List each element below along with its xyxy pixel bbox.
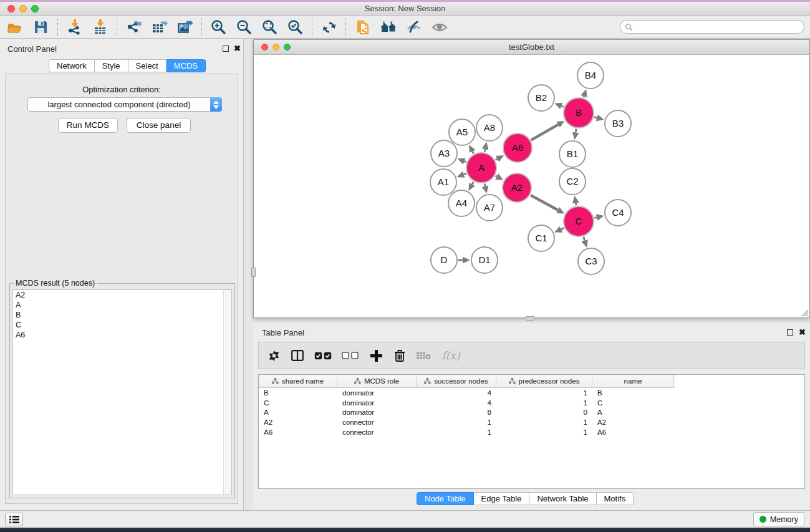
close-window-button[interactable]	[7, 5, 15, 12]
graph-edge-A-A3[interactable]	[465, 162, 466, 162]
graph-edge-A-A6[interactable]	[496, 159, 498, 160]
graph-node-C3[interactable]: C3	[578, 248, 604, 274]
tab-node-table[interactable]: Node Table	[417, 492, 474, 505]
tab-style[interactable]: Style	[95, 59, 128, 72]
graph-node-A3[interactable]: A3	[431, 140, 457, 167]
network-canvas[interactable]: B4B2BB3A8A5A6A3B1AC2A1A2A4A7C4CC1DD1C3	[254, 55, 809, 317]
graph-node-B3[interactable]: B3	[605, 110, 631, 137]
deselect-all-button[interactable]	[341, 352, 360, 359]
zoom-out-button[interactable]	[231, 17, 257, 37]
optimization-criterion-select[interactable]: largest connected component (directed)	[27, 97, 222, 112]
table-row[interactable]: A2connector11A2	[259, 417, 804, 427]
hide-selected-button[interactable]	[401, 17, 427, 37]
column-header-successor-nodes[interactable]: successor nodes	[417, 375, 496, 387]
run-mcds-button[interactable]: Run MCDS	[58, 118, 118, 133]
mcds-result-item[interactable]: A2	[13, 290, 231, 300]
graph-node-B1[interactable]: B1	[559, 141, 586, 167]
graph-node-A5[interactable]: A5	[449, 119, 475, 145]
scrollbar-track[interactable]	[223, 290, 231, 495]
graph-edge-B-B4[interactable]	[584, 96, 584, 97]
tab-edge-table[interactable]: Edge Table	[474, 492, 530, 505]
tab-select[interactable]: Select	[128, 59, 166, 72]
graph-node-B4[interactable]: B4	[577, 62, 604, 89]
graph-node-A1[interactable]: A1	[430, 169, 456, 195]
graph-node-B2[interactable]: B2	[528, 85, 554, 111]
split-handle-left[interactable]	[251, 268, 256, 277]
graph-edge-C-C4[interactable]	[594, 218, 596, 218]
graph-edge-A-A1[interactable]	[464, 173, 466, 174]
first-neighbors-button[interactable]	[375, 17, 401, 37]
show-column-panel-button[interactable]	[290, 350, 305, 361]
table-row[interactable]: Bdominator41B	[259, 388, 804, 398]
graph-node-C1[interactable]: C1	[528, 225, 554, 251]
graph-edge-A2-C[interactable]	[531, 195, 558, 210]
zoom-fit-button[interactable]	[257, 17, 282, 37]
network-window-titlebar[interactable]: testGlobe.txt	[254, 40, 809, 55]
close-panel-button[interactable]: Close panel	[127, 118, 191, 133]
zoom-window-button[interactable]	[31, 5, 39, 12]
zoom-selected-button[interactable]	[282, 17, 308, 37]
export-network-button[interactable]	[121, 17, 147, 37]
graph-edge-C-C1[interactable]	[561, 228, 564, 230]
graph-node-B[interactable]: B	[564, 98, 594, 128]
float-panel-icon[interactable]	[223, 46, 229, 52]
graph-edge-C-C2[interactable]	[576, 203, 576, 206]
close-network-window-button[interactable]	[261, 44, 268, 51]
graph-node-A[interactable]: A	[466, 153, 496, 183]
tab-mcds[interactable]: MCDS	[166, 59, 206, 72]
refresh-button[interactable]	[316, 17, 342, 37]
search-field[interactable]	[620, 20, 804, 34]
zoom-in-button[interactable]	[206, 17, 231, 37]
column-header-MCDS-role[interactable]: MCDS role	[337, 375, 417, 387]
mcds-result-list[interactable]: A2ABCA6	[12, 289, 232, 495]
table-row[interactable]: A6connector11A6	[259, 427, 804, 437]
graph-edge-B-B2[interactable]	[561, 106, 563, 107]
import-network-button[interactable]	[62, 17, 87, 37]
export-image-button[interactable]	[172, 17, 198, 37]
import-table-button[interactable]	[87, 17, 113, 37]
column-header-name[interactable]: name	[592, 375, 674, 387]
tab-network[interactable]: Network	[49, 59, 95, 72]
graph-edge-B-B3[interactable]	[594, 117, 597, 118]
graph-edge-A-A4[interactable]	[472, 182, 473, 185]
column-header-predecessor-nodes[interactable]: predecessor nodes	[496, 375, 592, 387]
minimize-window-button[interactable]	[19, 5, 27, 12]
delete-table-button[interactable]	[416, 351, 431, 360]
graph-edge-A-A2[interactable]	[496, 176, 497, 177]
close-table-panel-icon[interactable]: ✖	[799, 329, 806, 336]
task-history-button[interactable]	[5, 513, 23, 526]
mcds-result-item[interactable]: A6	[13, 330, 231, 340]
function-builder-button[interactable]: f(x)	[440, 349, 462, 362]
table-row[interactable]: Adominator80A	[259, 408, 804, 418]
column-header-shared-name[interactable]: shared name	[259, 375, 337, 387]
tab-network-table[interactable]: Network Table	[529, 492, 596, 505]
graph-node-D[interactable]: D	[431, 247, 457, 273]
resize-grip-icon[interactable]	[800, 308, 809, 317]
graph-node-A8[interactable]: A8	[476, 115, 503, 141]
save-session-button[interactable]	[28, 17, 54, 37]
mcds-result-item[interactable]: B	[13, 310, 231, 320]
graph-node-A2[interactable]: A2	[503, 173, 531, 202]
table-settings-button[interactable]	[266, 349, 281, 362]
graph-node-C4[interactable]: C4	[605, 200, 631, 226]
close-panel-icon[interactable]: ✖	[234, 45, 241, 52]
search-input[interactable]	[636, 22, 792, 31]
select-all-button[interactable]	[314, 352, 332, 360]
show-all-button[interactable]	[427, 17, 452, 37]
split-handle-bottom[interactable]	[526, 316, 534, 321]
graph-node-D1[interactable]: D1	[471, 247, 498, 273]
node-table[interactable]: shared nameMCDS rolesuccessor nodesprede…	[258, 374, 805, 489]
graph-edge-A-A5[interactable]	[473, 152, 474, 153]
graph-edge-A-A8[interactable]	[485, 149, 485, 152]
export-table-button[interactable]	[147, 17, 172, 37]
graph-node-A7[interactable]: A7	[476, 195, 503, 221]
graph-node-A6[interactable]: A6	[503, 133, 532, 162]
graph-edge-A-A7[interactable]	[485, 183, 485, 186]
graph-edge-C-C3[interactable]	[584, 237, 585, 241]
mcds-result-item[interactable]: A	[13, 300, 231, 310]
graph-node-C[interactable]: C	[564, 206, 594, 236]
minimize-network-window-button[interactable]	[272, 44, 279, 51]
app-titlebar[interactable]: Session: New Session	[0, 2, 810, 16]
open-session-button[interactable]	[2, 17, 28, 37]
graph-node-A4[interactable]: A4	[448, 190, 475, 216]
